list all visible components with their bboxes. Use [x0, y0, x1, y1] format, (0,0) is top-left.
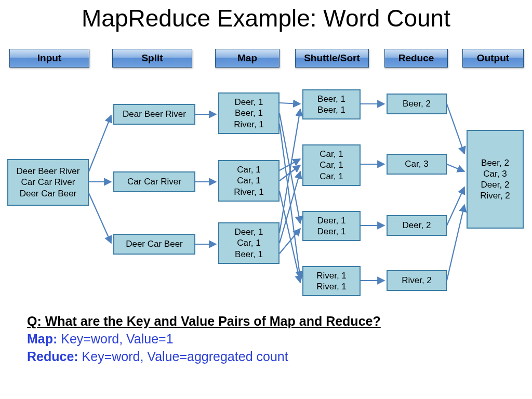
svg-line-10 [280, 165, 300, 181]
svg-line-22 [447, 205, 464, 281]
stage-header-reduce: Reduce [384, 49, 448, 68]
node-split-1: Car Car River [113, 171, 195, 192]
stage-header-split: Split [112, 49, 192, 68]
svg-line-6 [280, 103, 300, 104]
node-shuttle-0: Beer, 1 Beer, 1 [302, 89, 361, 119]
node-reduce-0: Beer, 2 [387, 94, 447, 114]
stage-header-map: Map [215, 49, 280, 68]
svg-line-9 [280, 159, 300, 170]
svg-line-11 [280, 191, 300, 283]
stage-header-output: Output [462, 49, 524, 68]
node-reduce-1: Car, 3 [387, 154, 447, 175]
qa-block: Q: What are the Key and Value Pairs of M… [27, 313, 381, 365]
node-split-2: Deer Car Beer [113, 234, 195, 255]
slide: { "title": "MapReduce Example: Word Coun… [0, 0, 532, 399]
qa-map-line: Map: Key=word, Value=1 [27, 330, 381, 348]
svg-line-2 [89, 193, 111, 243]
svg-line-14 [280, 229, 300, 254]
qa-reduce-answer: Key=word, Value=aggregated count [78, 349, 288, 364]
svg-line-21 [447, 187, 464, 225]
qa-map-answer: Key=word, Value=1 [57, 331, 173, 346]
qa-reduce-label: Reduce: [27, 349, 78, 364]
qa-map-label: Map: [27, 331, 57, 346]
svg-line-0 [89, 115, 111, 171]
node-reduce-2: Deer, 2 [387, 215, 447, 236]
svg-line-20 [447, 164, 464, 171]
svg-line-7 [280, 113, 300, 223]
node-reduce-3: River, 2 [387, 270, 447, 291]
node-map-0: Deer, 1 Beer, 1 River, 1 [218, 92, 280, 134]
svg-line-12 [280, 109, 300, 233]
node-shuttle-1: Car, 1 Car, 1 Car, 1 [302, 144, 361, 186]
svg-line-8 [280, 124, 300, 278]
node-output: Beer, 2 Car, 3 Deer, 2 River, 2 [467, 130, 524, 229]
node-input: Deer Beer River Car Car River Deer Car B… [7, 159, 89, 206]
qa-question: Q: What are the Key and Value Pairs of M… [27, 313, 381, 330]
svg-line-13 [280, 171, 300, 243]
node-split-0: Dear Beer River [113, 104, 195, 125]
qa-reduce-line: Reduce: Key=word, Value=aggregated count [27, 348, 381, 366]
node-map-2: Deer, 1 Car, 1 Beer, 1 [218, 222, 280, 264]
slide-title: MapReduce Example: Word Count [0, 4, 532, 32]
stage-header-input: Input [9, 49, 89, 68]
node-shuttle-3: River, 1 River, 1 [302, 266, 361, 296]
node-shuttle-2: Deer, 1 Deer, 1 [302, 211, 361, 241]
svg-line-19 [447, 104, 464, 154]
stage-header-shuttle: Shuttle/Sort [295, 49, 369, 68]
node-map-1: Car, 1 Car, 1 River, 1 [218, 160, 280, 202]
